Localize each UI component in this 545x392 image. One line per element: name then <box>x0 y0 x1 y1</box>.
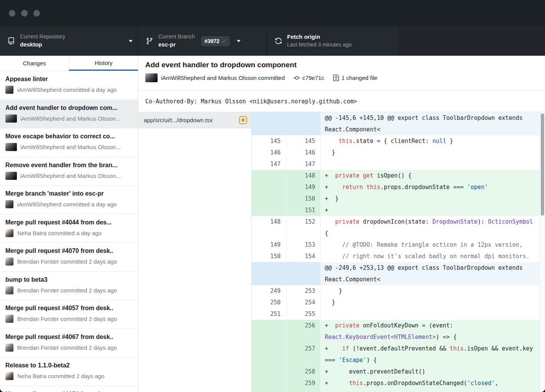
code-line: @@ -249,6 +253,13 @@ export class Toolba… <box>321 262 540 285</box>
sidebar-tabbar: Changes History <box>0 56 138 71</box>
commit-title: Move escape behavior to correct co... <box>5 133 133 140</box>
code-line: + private get isOpen() { <box>321 170 540 181</box>
new-line-number: 153 <box>286 239 321 251</box>
commit-meta: Brendan Forster committed 2 days ago <box>17 258 117 265</box>
commit-list-item[interactable]: Remove event handler from the bran...iAm… <box>0 157 138 186</box>
new-line-number: 255 <box>286 308 321 320</box>
repository-picker-button[interactable]: Current Repository desktop <box>0 26 138 56</box>
old-line-number <box>252 112 286 135</box>
branch-label: Current Branch <box>158 33 195 40</box>
commit-meta: iAmWillShepherd committed a day ago <box>17 86 116 93</box>
old-line-number <box>252 377 286 392</box>
old-line-number: 147 <box>252 158 286 170</box>
code-line: + if (!event.defaultPrevented && this.is… <box>321 343 540 366</box>
traffic-light-close[interactable] <box>9 10 15 17</box>
commit-title: Release to 1.1.0-beta2 <box>5 362 133 369</box>
pr-number-badge: #3972 ✓ <box>201 36 230 46</box>
avatar <box>5 344 14 352</box>
new-line-number: 150 <box>286 193 321 204</box>
branch-icon <box>145 37 154 45</box>
commit-list-item[interactable]: Merge pull request #4067 from desk..Bren… <box>0 329 138 358</box>
tab-changes[interactable]: Changes <box>0 56 69 71</box>
traffic-light-minimize[interactable] <box>21 10 28 17</box>
commit-list-item[interactable]: Merge branch 'master' into esc-priAmWill… <box>0 186 138 214</box>
commit-title: Merge pull request #4044 from des... <box>5 219 133 226</box>
commit-meta: iAmWillShepherd and Markus Olsson... <box>20 173 121 179</box>
fetch-origin-button[interactable]: Fetch origin Last fetched 3 minutes ago <box>267 26 400 56</box>
traffic-light-maximize[interactable] <box>33 10 40 17</box>
commit-title: Appease linter <box>5 76 133 83</box>
new-line-number: 253 <box>286 285 321 297</box>
commit-title: Add event handler to dropdown com... <box>5 105 133 111</box>
old-line-number <box>252 181 286 193</box>
diff-row: 259+ this.props.onDropdownStateChanged('… <box>252 377 540 392</box>
new-line-number: 147 <box>286 158 321 170</box>
diff-row: 250254 } <box>252 297 540 308</box>
diff-row: @@ -249,6 +253,13 @@ export class Toolba… <box>252 262 540 285</box>
changed-files-group: 1 changed file <box>333 75 377 81</box>
commit-meta: iAmWillShepherd and Markus Olsson... <box>20 115 121 122</box>
avatar <box>5 257 14 266</box>
diff-row: 148152 private dropdownIcon(state: Dropd… <box>252 216 540 239</box>
old-line-number: 249 <box>252 285 286 297</box>
author-avatars <box>145 73 158 82</box>
file-row[interactable]: app/src/ui/t.../dropdown.tsx <box>138 112 251 128</box>
old-line-number: 149 <box>252 239 286 251</box>
diff-row: @@ -145,6 +145,10 @@ export class Toolba… <box>252 112 540 135</box>
authors-line: iAmWillShepherd and Markus Olsson commit… <box>161 75 285 81</box>
new-line-number: 145 <box>286 135 321 147</box>
diff-view: @@ -145,6 +145,10 @@ export class Toolba… <box>252 112 545 392</box>
commit-title: Merge pull request #4050 from d... <box>5 391 133 392</box>
new-line-number <box>286 112 321 135</box>
new-line-number: 148 <box>286 170 321 181</box>
commit-list-item[interactable]: Merge pull request #4044 from des...Neha… <box>0 214 138 243</box>
commit-list-item[interactable]: Merge pull request #4057 from desk..Bren… <box>0 300 138 329</box>
new-line-number: 256 <box>286 320 321 343</box>
commit-title: Remove event handler from the bran... <box>5 162 133 169</box>
branch-picker-button[interactable]: Current Branch esc-pr #3972 ✓ <box>138 26 267 56</box>
diff-row: 249253 } <box>252 285 540 297</box>
commit-list-item[interactable]: Appease linteriAmWillShepherd committed … <box>0 71 138 100</box>
commit-title: Merge pull request #4070 from desk.. <box>5 247 133 254</box>
diff-row: 257+ if (!event.defaultPrevented && this… <box>252 343 540 366</box>
commit-list-item[interactable]: Add event handler to dropdown com...iAmW… <box>0 100 138 129</box>
code-line: } <box>321 285 540 297</box>
diff-scrollbar <box>540 112 545 392</box>
new-line-number <box>286 262 321 285</box>
main-panel: Add event handler to dropdown component … <box>138 56 545 392</box>
avatar <box>5 286 14 294</box>
avatar <box>145 73 154 82</box>
diff-scrollbar-thumb[interactable] <box>541 113 544 216</box>
commit-list-item[interactable]: Merge pull request #4050 from d... <box>0 386 138 392</box>
commit-list-item[interactable]: Move escape behavior to correct co...iAm… <box>0 128 138 157</box>
code-line: + <box>321 204 540 216</box>
commit-sha-group: c79e71c <box>293 75 324 81</box>
window-titlebar <box>0 0 545 26</box>
commit-meta: iAmWillShepherd committed a day ago <box>17 201 116 208</box>
old-line-number: 251 <box>252 308 286 320</box>
old-line-number: 145 <box>252 135 286 147</box>
code-line: private dropdownIcon(state: DropdownStat… <box>321 216 540 239</box>
commit-message-body: Co-Authored-By: Markus Olsson <niik@user… <box>138 90 545 112</box>
commit-list-item[interactable]: bump to beta3Brendan Forster committed 2… <box>0 272 138 301</box>
diff-row: 251255 <box>252 308 540 320</box>
commit-detail-title: Add event handler to dropdown component <box>145 61 538 69</box>
chevron-down-icon <box>129 40 133 42</box>
old-line-number <box>252 170 286 181</box>
sync-icon <box>274 37 282 45</box>
commit-list-item[interactable]: Release to 1.1.0-beta2Neha Batra committ… <box>0 357 138 386</box>
old-line-number <box>252 204 286 216</box>
new-line-number: 259 <box>286 377 321 392</box>
commit-meta: Neha Batra committed a day ago <box>17 230 101 236</box>
commit-list-item[interactable]: Merge pull request #4070 from desk..Bren… <box>0 243 138 272</box>
code-line: + this.props.onDropdownStateChanged('clo… <box>321 377 540 392</box>
check-icon: ✓ <box>222 38 227 45</box>
sidebar: Changes History Appease linteriAmWillShe… <box>0 56 138 392</box>
chevron-down-icon <box>237 40 241 42</box>
tab-history[interactable]: History <box>69 56 138 71</box>
branch-name: esc-pr <box>158 41 195 48</box>
commit-meta: iAmWillShepherd and Markus Olsson... <box>20 144 121 150</box>
old-line-number: 146 <box>252 147 286 158</box>
changed-file-list: app/src/ui/t.../dropdown.tsx <box>138 112 252 392</box>
code-line: + private onFoldoutKeyDown = (event: Rea… <box>321 320 540 343</box>
